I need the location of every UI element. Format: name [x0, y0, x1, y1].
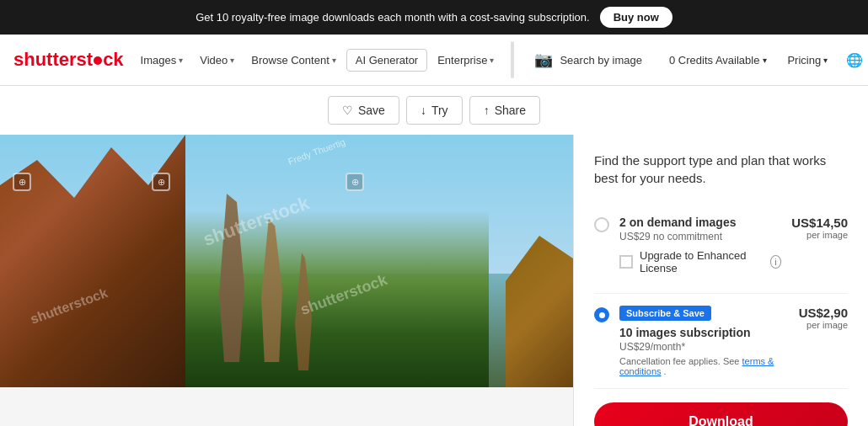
zoom-icon[interactable]: ⊕: [13, 173, 31, 191]
top-banner: Get 10 royalty-free image downloads each…: [0, 0, 868, 35]
logo[interactable]: shutterstck: [13, 49, 124, 71]
share-button[interactable]: ↑ Share: [469, 96, 540, 125]
credits-button[interactable]: 0 Credits Available ▾: [662, 49, 774, 72]
chevron-down-icon: ▾: [490, 56, 494, 65]
nav-pricing[interactable]: Pricing ▾: [780, 49, 834, 72]
nav-ai-generator[interactable]: AI Generator: [346, 49, 427, 72]
share-icon: ↑: [484, 104, 490, 117]
panel-title: Find the support type and plan that work…: [594, 152, 848, 187]
search-type-dropdown[interactable]: 📷 Photos ▾: [512, 43, 514, 77]
plan-on-demand-details: 2 on demand images US$29 no commitment U…: [619, 216, 781, 281]
plan-subscription[interactable]: Subscribe & Save 10 images subscription …: [594, 294, 848, 389]
nav-video[interactable]: Video ▾: [193, 49, 241, 72]
main-content: shutterstock shutterstock shutterstock F…: [0, 135, 868, 426]
plan-subscription-radio[interactable]: [594, 307, 609, 322]
globe-icon[interactable]: 🌐: [841, 47, 868, 73]
nav-enterprise[interactable]: Enterprise ▾: [431, 49, 501, 72]
chevron-down-icon: ▾: [332, 56, 336, 65]
camera-icon: 📷: [534, 51, 553, 69]
header: shutterstck Images ▾ Video ▾ Browse Cont…: [0, 35, 868, 86]
right-panel: Find the support type and plan that work…: [573, 135, 868, 426]
search-by-image-btn[interactable]: 📷 Search by image: [524, 51, 652, 69]
buy-now-button[interactable]: Buy now: [600, 7, 672, 28]
header-actions: 0 Credits Available ▾ Pricing ▾ 🌐 ♡ 🛒 Lo…: [662, 45, 868, 74]
enhanced-license-option[interactable]: Upgrade to Enhanced License i: [619, 242, 781, 281]
plan-subscription-details: Subscribe & Save 10 images subscription …: [619, 306, 789, 376]
zoom-icon-2[interactable]: ⊕: [152, 173, 170, 191]
chevron-down-icon: ▾: [823, 56, 828, 65]
try-button[interactable]: ↓ Try: [406, 96, 463, 125]
chevron-down-icon: ▾: [763, 56, 767, 65]
search-area: 📷 Photos ▾: [511, 41, 514, 78]
nav-items: Images ▾ Video ▾ Browse Content ▾ AI Gen…: [134, 49, 501, 72]
enhanced-license-checkbox[interactable]: [619, 255, 633, 269]
image-container: shutterstock shutterstock shutterstock F…: [0, 135, 573, 387]
download-try-icon: ↓: [421, 104, 426, 117]
nav-images[interactable]: Images ▾: [134, 49, 190, 72]
plan-on-demand[interactable]: 2 on demand images US$29 no commitment U…: [594, 204, 848, 294]
heart-icon: ♡: [342, 104, 353, 117]
download-button[interactable]: Download: [594, 402, 848, 426]
plan-subscription-price: US$2,90 per image: [799, 306, 848, 330]
plan-on-demand-price: US$14,50 per image: [791, 216, 848, 240]
chevron-down-icon: ▾: [179, 56, 183, 65]
action-bar: ♡ Save ↓ Try ↑ Share: [0, 86, 868, 135]
cancellation-text: Cancellation fee applies. See terms & co…: [619, 356, 789, 376]
zoom-icon-3[interactable]: ⊕: [346, 173, 364, 191]
nav-browse-content[interactable]: Browse Content ▾: [244, 49, 343, 72]
info-icon[interactable]: i: [770, 255, 782, 269]
chevron-down-icon: ▾: [230, 56, 234, 65]
save-button[interactable]: ♡ Save: [328, 96, 399, 125]
plan-on-demand-radio[interactable]: [594, 217, 609, 232]
banner-text: Get 10 royalty-free image downloads each…: [196, 11, 590, 24]
